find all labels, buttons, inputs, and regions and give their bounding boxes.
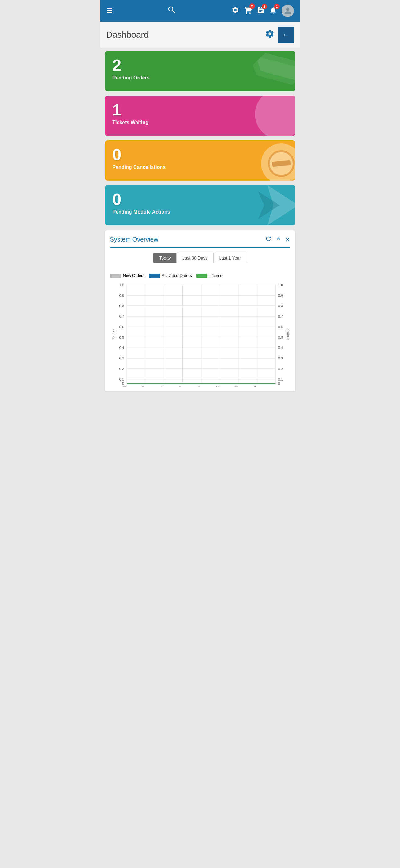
legend-income: Income	[196, 273, 223, 278]
y-axis: 1.0 0.9 0.8 0.7 0.6 0.5 0.4 0.3 0.2 0.1 …	[119, 283, 124, 385]
overview-title: System Overview	[110, 236, 159, 243]
svg-text:0.6: 0.6	[278, 325, 283, 329]
circle-decoration	[255, 96, 295, 136]
overview-controls: ✕	[265, 235, 290, 244]
chart-container: Orders 1.0 0.9 0.8 0.7 0.6 0.5 0.4 0.3 0…	[110, 282, 290, 386]
x-axis-labels: 12am 2am 4am 6am 8am 10am 12pm 2pm	[122, 385, 260, 386]
legend-activated-orders: Activated Orders	[149, 273, 192, 278]
svg-text:6am: 6am	[179, 385, 186, 386]
svg-text:0: 0	[278, 381, 280, 385]
svg-text:12am: 12am	[122, 385, 131, 386]
svg-text:1.0: 1.0	[278, 283, 283, 287]
cart-badge: 2	[249, 3, 255, 9]
page-header: Dashboard ←	[100, 22, 300, 48]
svg-text:0.1: 0.1	[119, 377, 124, 381]
svg-text:8am: 8am	[198, 385, 204, 386]
collapse-icon[interactable]	[275, 235, 282, 244]
v-grid-lines	[126, 285, 275, 384]
settings-icon[interactable]	[231, 6, 239, 16]
legend-new-orders: New Orders	[110, 273, 144, 278]
svg-text:4am: 4am	[161, 385, 167, 386]
pending-module-actions-card[interactable]: 0 Pending Module Actions	[105, 185, 295, 225]
chart-legend: New Orders Activated Orders Income	[110, 273, 290, 278]
svg-text:1.0: 1.0	[119, 283, 124, 287]
svg-text:12pm: 12pm	[234, 385, 242, 386]
svg-text:2pm: 2pm	[254, 385, 260, 386]
back-button[interactable]: ←	[278, 27, 294, 43]
dashboard-settings-icon[interactable]	[265, 29, 275, 41]
svg-text:0.1: 0.1	[278, 377, 283, 381]
svg-text:0.2: 0.2	[119, 367, 124, 371]
nav-center	[167, 5, 176, 17]
refresh-icon[interactable]	[265, 235, 272, 244]
legend-activated-orders-color	[149, 274, 160, 278]
y-axis-left-label: Orders	[110, 282, 115, 386]
pending-cancellations-card[interactable]: 0 Pending Cancellations	[105, 140, 295, 181]
system-overview-card: System Overview ✕ Today Last 30 Days Las…	[105, 230, 295, 392]
svg-text:0.2: 0.2	[278, 367, 283, 371]
svg-text:0.7: 0.7	[119, 314, 124, 318]
svg-text:0.4: 0.4	[278, 345, 283, 349]
avatar[interactable]	[281, 5, 294, 17]
time-tabs: Today Last 30 Days Last 1 Year	[153, 253, 246, 263]
time-tabs-wrapper: Today Last 30 Days Last 1 Year	[110, 253, 290, 268]
top-navigation: ☰ 2 2 1	[100, 0, 300, 22]
legend-new-orders-color	[110, 274, 121, 278]
chart-inner: 1.0 0.9 0.8 0.7 0.6 0.5 0.4 0.3 0.2 0.1 …	[115, 282, 285, 386]
clipboard-button[interactable]: 2	[257, 6, 265, 16]
clipboard-badge: 2	[262, 4, 267, 9]
bell-badge: 1	[274, 4, 280, 9]
svg-text:10am: 10am	[215, 385, 224, 386]
svg-text:0.9: 0.9	[278, 293, 283, 298]
nav-right: 2 2 1	[231, 5, 294, 17]
svg-text:0.4: 0.4	[119, 345, 124, 349]
stat-cards: 2 Pending Orders 1 Tickets Waiting 0 Pen…	[100, 51, 300, 225]
nav-left: ☰	[106, 7, 112, 15]
svg-text:0.3: 0.3	[278, 356, 283, 360]
svg-text:0: 0	[122, 381, 124, 385]
legend-income-label: Income	[209, 273, 223, 278]
svg-text:0.5: 0.5	[278, 335, 283, 339]
search-icon[interactable]	[167, 5, 176, 17]
tickets-waiting-card[interactable]: 1 Tickets Waiting	[105, 96, 295, 136]
svg-text:2am: 2am	[142, 385, 148, 386]
svg-text:0.8: 0.8	[119, 304, 124, 308]
legend-new-orders-label: New Orders	[123, 273, 144, 278]
pending-orders-card[interactable]: 2 Pending Orders	[105, 51, 295, 91]
y-axis-right: 1.0 0.9 0.8 0.7 0.6 0.5 0.4 0.3 0.2 0.1 …	[278, 283, 283, 385]
svg-text:0.8: 0.8	[278, 304, 283, 308]
chart-svg: 1.0 0.9 0.8 0.7 0.6 0.5 0.4 0.3 0.2 0.1 …	[115, 282, 285, 386]
card-decoration-tag	[249, 51, 295, 91]
legend-income-color	[196, 274, 207, 278]
bell-button[interactable]: 1	[269, 6, 277, 16]
overview-header: System Overview ✕	[110, 235, 290, 248]
y-axis-right-label: Income	[285, 282, 290, 386]
svg-text:0.7: 0.7	[278, 314, 283, 318]
tab-last-1-year[interactable]: Last 1 Year	[214, 253, 246, 263]
svg-text:0.9: 0.9	[119, 293, 124, 298]
svg-text:0.3: 0.3	[119, 356, 124, 360]
close-icon[interactable]: ✕	[285, 236, 290, 243]
tab-today[interactable]: Today	[154, 253, 176, 263]
cart-button[interactable]: 2	[244, 6, 253, 16]
svg-text:0.6: 0.6	[119, 325, 124, 329]
header-actions: ←	[265, 27, 294, 43]
legend-activated-orders-label: Activated Orders	[162, 273, 192, 278]
arrow-decoration	[249, 185, 295, 225]
page-title: Dashboard	[106, 30, 149, 40]
svg-text:0.5: 0.5	[119, 335, 124, 339]
tab-last-30-days[interactable]: Last 30 Days	[177, 253, 214, 263]
hamburger-icon[interactable]: ☰	[106, 7, 112, 15]
